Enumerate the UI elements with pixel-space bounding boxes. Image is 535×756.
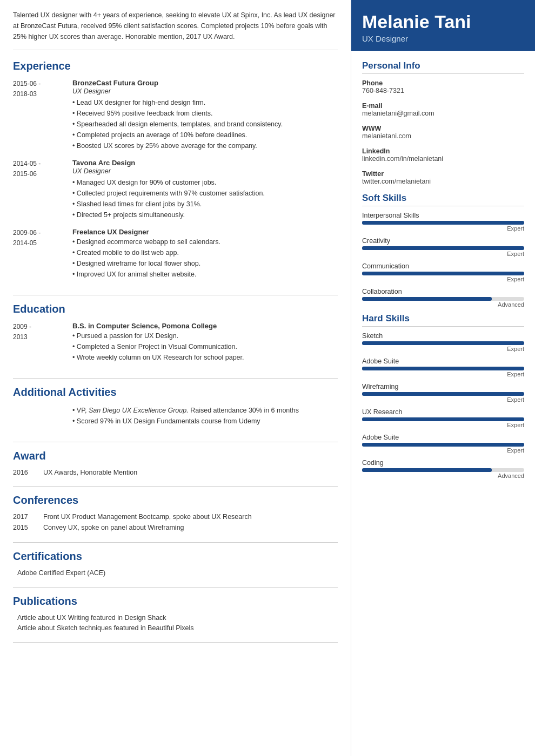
job-company-2: Freelance UX Designer [72,228,338,236]
right-body: Personal Info Phone 760-848-7321 E-mail … [351,51,535,492]
conf-entry: 2015Convey UX, spoke on panel about Wire… [13,524,338,531]
linkedin-block: LinkedIn linkedin.com/in/melanietani [362,147,524,163]
jobs-container: 2015-06 - 2018-03BronzeCast Futura Group… [13,79,338,280]
bullet-item: Completed a Senior Project in Visual Com… [72,341,338,352]
award-section: Award 2016UX Awards, Honorable Mention [13,450,338,487]
candidate-role: UX Designer [362,34,524,43]
phone-label: Phone [362,79,524,87]
www-value: melanietani.com [362,132,524,140]
publications-title: Publications [13,595,338,608]
job-entry-2: 2009-06 - 2014-05Freelance UX DesignerDe… [13,228,338,280]
hard-skill-item-0: Sketch Expert [362,332,524,352]
resume-container: Talented UX designer with 4+ years of ex… [0,0,535,756]
bullet-item: Collected project requirements with 97% … [72,188,338,199]
skill-name: UX Research [362,408,524,416]
skill-bar-bg [362,443,524,447]
skill-bar-fill [362,417,524,421]
www-block: WWW melanietani.com [362,125,524,140]
conferences-section: Conferences 2017Front UX Product Managem… [13,494,338,543]
email-value: melanietani@gmail.com [362,110,524,117]
bullet-item: Slashed lead times for client jobs by 31… [72,199,338,210]
job-company-0: BronzeCast Futura Group [72,79,338,87]
certifications-section: Certifications Adobe Certified Expert (A… [13,550,338,588]
bullet-item: Pursued a passion for UX Design. [72,330,338,341]
conferences-title: Conferences [13,494,338,507]
award-entry: 2016UX Awards, Honorable Mention [13,469,338,476]
job-entry-0: 2015-06 - 2018-03BronzeCast Futura Group… [13,79,338,151]
pubs-container: Article about UX Writing featured in Des… [13,614,338,632]
edu-date-0: 2009 - 2013 [13,322,72,363]
experience-section: Experience 2015-06 - 2018-03BronzeCast F… [13,60,338,295]
hard-skill-item-4: Adobe Suite Expert [362,434,524,454]
job-date-0: 2015-06 - 2018-03 [13,79,72,151]
education-title: Education [13,303,338,315]
personal-info-title: Personal Info [362,60,524,74]
skill-bar-bg [362,367,524,370]
job-bullets-1: Managed UX design for 90% of customer jo… [72,177,338,220]
additional-bullets: VP, San Diego UX Excellence Group. Raise… [72,405,338,427]
job-detail-1: Tavona Arc DesignUX DesignerManaged UX d… [72,159,338,220]
soft-skill-item-2: Communication Expert [362,262,524,282]
skill-bar-bg [362,272,524,275]
skill-name: Sketch [362,332,524,340]
twitter-block: Twitter twitter.com/melanietani [362,170,524,185]
email-block: E-mail melanietani@gmail.com [362,102,524,117]
skill-bar-fill [362,297,492,301]
skill-bar-fill [362,468,492,472]
linkedin-value: linkedin.com/in/melanietani [362,155,524,163]
skill-bar-bg [362,246,524,250]
bullet-item: Received 95% positive feedback from clie… [72,108,338,119]
phone-block: Phone 760-848-7321 [362,79,524,94]
skill-level-label: Expert [362,251,524,257]
skill-name: Adobe Suite [362,434,524,441]
edu-bullets-0: Pursued a passion for UX Design.Complete… [72,330,338,363]
skill-bar-fill [362,341,524,345]
hard-skills-title: Hard Skills [362,313,524,327]
conf-entry: 2017Front UX Product Management Bootcamp… [13,513,338,521]
pub-item: Article about UX Writing featured in Des… [13,614,338,622]
job-role-0: UX Designer [72,87,338,95]
bullet-item: Spearheaded all design elements, templat… [72,119,338,130]
job-company-1: Tavona Arc Design [72,159,338,167]
bullet-item: Scored 97% in UX Design Fundamentals cou… [72,416,338,427]
skill-bar-bg [362,341,524,345]
skill-bar-fill [362,221,524,225]
skill-bar-bg [362,297,524,301]
education-container: 2009 - 2013B.S. in Computer Science, Pom… [13,322,338,363]
certs-container: Adobe Certified Expert (ACE) [13,569,338,577]
conf-year: 2015 [13,524,35,531]
skill-name: Communication [362,262,524,270]
job-detail-0: BronzeCast Futura GroupUX DesignerLead U… [72,79,338,151]
education-section: Education 2009 - 2013B.S. in Computer Sc… [13,303,338,379]
skill-level-label: Advanced [362,473,524,479]
skill-level-label: Expert [362,371,524,377]
skill-bar-bg [362,417,524,421]
bullet-item: Lead UX designer for high-end design fir… [72,97,338,108]
conf-year: 2017 [13,513,35,521]
twitter-value: twitter.com/melanietani [362,178,524,185]
cert-item: Adobe Certified Expert (ACE) [13,569,338,577]
bullet-item: Completed projects an average of 10% bef… [72,130,338,140]
certifications-title: Certifications [13,550,338,563]
hard-skill-item-5: Coding Advanced [362,459,524,479]
skill-bar-fill [362,367,524,370]
skill-bar-bg [362,221,524,225]
edu-degree-0: B.S. in Computer Science, Pomona College [72,322,338,330]
award-desc: UX Awards, Honorable Mention [43,469,137,476]
skill-name: Interpersonal Skills [362,212,524,219]
soft-skill-item-0: Interpersonal Skills Expert [362,212,524,232]
skill-name: Creativity [362,237,524,245]
skill-bar-bg [362,392,524,396]
skill-bar-fill [362,392,524,396]
additional-date [13,405,72,427]
additional-title: Additional Activities [13,386,338,399]
linkedin-label: LinkedIn [362,147,524,155]
skill-level-label: Expert [362,396,524,403]
skill-name: Coding [362,459,524,467]
job-bullets-2: Designed ecommerce webapp to sell calend… [72,237,338,280]
skill-level-label: Expert [362,276,524,282]
soft-skills-container: Interpersonal Skills Expert Creativity E… [362,212,524,308]
hard-skill-item-3: UX Research Expert [362,408,524,428]
bullet-item: VP, San Diego UX Excellence Group. Raise… [72,405,338,416]
job-bullets-0: Lead UX designer for high-end design fir… [72,97,338,151]
